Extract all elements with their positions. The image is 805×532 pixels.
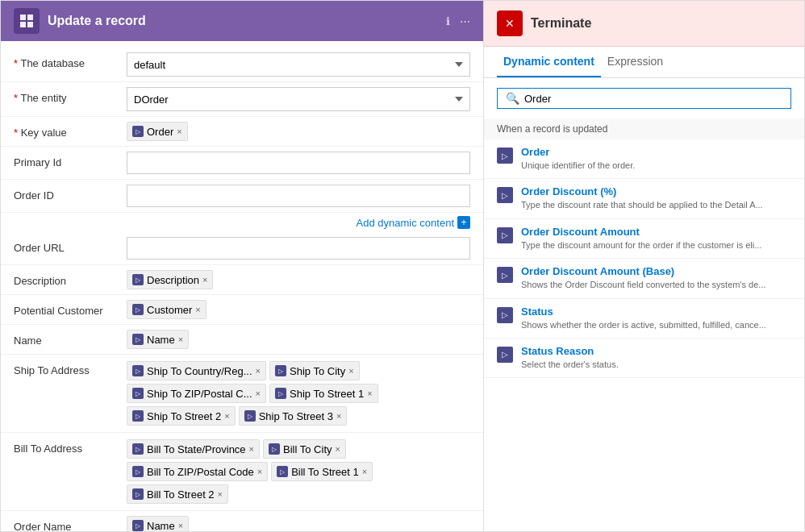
entity-label: * The entity: [14, 87, 127, 104]
discount-base-text: Order Discount Amount (Base) Shows the O…: [521, 265, 791, 291]
ship-street3-token[interactable]: ▷ Ship To Street 3 ×: [239, 406, 348, 426]
ship-address-field: ▷ Ship To Country/Reg... × ▷ Ship To Cit…: [127, 361, 470, 426]
ship-zip-close[interactable]: ×: [256, 389, 261, 398]
database-row: * The database default: [1, 48, 483, 82]
database-field: default: [127, 52, 470, 77]
order-name-token[interactable]: ▷ Name ×: [127, 516, 189, 532]
order-id-row: Order ID: [1, 180, 483, 213]
search-input[interactable]: [524, 93, 782, 105]
order-name-row: Order Name ▷ Name ×: [1, 511, 483, 532]
primary-id-label: Primary Id: [14, 152, 127, 168]
left-panel: Update a record ℹ ⋯ * The database defau…: [0, 0, 484, 532]
dynamic-item-status[interactable]: ▷ Status Shows whether the order is acti…: [484, 299, 804, 339]
dynamic-item-discount-amount[interactable]: ▷ Order Discount Amount Type the discoun…: [484, 219, 804, 259]
order-item-text: Order Unique identifier of the order.: [521, 146, 791, 172]
name-label: Name: [14, 330, 127, 347]
potential-customer-token[interactable]: ▷ Customer ×: [127, 300, 206, 319]
description-token[interactable]: ▷ Description ×: [127, 270, 213, 289]
bill-street1-token[interactable]: ▷ Bill To Street 1 ×: [271, 462, 373, 481]
ship-zip-token[interactable]: ▷ Ship To ZIP/Postal C... ×: [127, 384, 266, 403]
search-box: 🔍: [497, 88, 791, 109]
status-title: Status: [521, 305, 791, 318]
order-id-field: [127, 185, 470, 207]
dynamic-item-order[interactable]: ▷ Order Unique identifier of the order.: [484, 139, 804, 179]
discount-base-icon: ▷: [497, 267, 513, 283]
discount-amount-title: Order Discount Amount: [521, 226, 791, 238]
key-value-row: * Key value ▷ Order ×: [1, 117, 483, 147]
tab-dynamic-content[interactable]: Dynamic content: [497, 47, 601, 77]
order-name-label: Order Name: [14, 516, 127, 532]
potential-customer-field: ▷ Customer ×: [127, 300, 470, 319]
discount-base-title: Order Discount Amount (Base): [521, 265, 791, 277]
bill-street2-close[interactable]: ×: [218, 489, 223, 499]
database-select[interactable]: default: [127, 52, 470, 77]
add-dynamic-row: Add dynamic content +: [1, 213, 483, 232]
bill-state-close[interactable]: ×: [249, 444, 254, 454]
ship-street2-close[interactable]: ×: [224, 411, 229, 421]
ship-street3-close[interactable]: ×: [336, 411, 341, 421]
name-token[interactable]: ▷ Name ×: [127, 330, 189, 349]
name-token-close[interactable]: ×: [178, 335, 183, 344]
ship-city-token[interactable]: ▷ Ship To City ×: [269, 361, 360, 380]
order-token-close[interactable]: ×: [177, 127, 181, 136]
bill-street2-token[interactable]: ▷ Bill To Street 2 ×: [127, 484, 228, 504]
bill-city-token[interactable]: ▷ Bill To City ×: [263, 439, 346, 459]
add-dynamic-button[interactable]: Add dynamic content +: [357, 216, 470, 229]
entity-select[interactable]: DOrder: [127, 87, 470, 111]
dynamic-item-status-reason[interactable]: ▷ Status Reason Select the order's statu…: [484, 339, 804, 378]
description-row: Description ▷ Description ×: [1, 265, 483, 295]
order-discount-desc: Type the discount rate that should be ap…: [521, 199, 791, 211]
discount-amount-desc: Type the discount amount for the order i…: [521, 239, 791, 251]
dynamic-item-discount-base[interactable]: ▷ Order Discount Amount (Base) Shows the…: [484, 259, 804, 298]
ship-street1-close[interactable]: ×: [367, 389, 372, 398]
potential-customer-token-close[interactable]: ×: [195, 305, 200, 314]
more-icon[interactable]: ⋯: [460, 15, 470, 27]
primary-id-input[interactable]: [127, 152, 470, 174]
name-token-label: Name: [147, 334, 175, 346]
bill-address-field: ▷ Bill To State/Province × ▷ Bill To Cit…: [127, 439, 470, 504]
bill-address-label: Bill To Address: [14, 439, 127, 455]
bill-street1-close[interactable]: ×: [362, 467, 367, 476]
ship-street2-token[interactable]: ▷ Ship To Street 2 ×: [127, 406, 236, 426]
bill-zip-token[interactable]: ▷ Bill To ZIP/Postal Code ×: [127, 462, 268, 481]
order-url-field: [127, 237, 470, 260]
discount-base-desc: Shows the Order Discount field converted…: [521, 279, 791, 291]
potential-customer-row: Potential Customer ▷ Customer ×: [1, 295, 483, 325]
section-label: When a record is updated: [484, 118, 804, 139]
terminate-title: Terminate: [531, 16, 591, 31]
dynamic-item-order-discount[interactable]: ▷ Order Discount (%) Type the discount r…: [484, 179, 804, 218]
description-label: Description: [14, 270, 127, 287]
svg-rect-3: [27, 22, 33, 27]
ship-country-token[interactable]: ▷ Ship To Country/Reg... ×: [127, 361, 266, 380]
primary-id-field: [127, 152, 470, 174]
bill-state-token[interactable]: ▷ Bill To State/Province ×: [127, 439, 260, 459]
tabs: Dynamic content Expression: [484, 47, 804, 78]
ship-street1-token[interactable]: ▷ Ship To Street 1 ×: [269, 384, 378, 403]
info-icon[interactable]: ℹ: [446, 15, 450, 27]
bill-address-row: Bill To Address ▷ Bill To State/Province…: [1, 433, 483, 511]
terminate-icon: ✕: [497, 10, 523, 36]
ship-address-row: Ship To Address ▷ Ship To Country/Reg...…: [1, 355, 483, 433]
right-panel: ✕ Terminate Dynamic content Expression 🔍…: [484, 0, 805, 532]
description-token-close[interactable]: ×: [202, 275, 207, 285]
description-token-label: Description: [147, 274, 199, 286]
order-token[interactable]: ▷ Order ×: [127, 122, 188, 141]
search-icon: 🔍: [506, 92, 519, 105]
ship-city-close[interactable]: ×: [348, 366, 353, 376]
bill-city-close[interactable]: ×: [336, 444, 340, 454]
potential-customer-token-icon: ▷: [132, 304, 144, 315]
tab-expression[interactable]: Expression: [601, 47, 669, 77]
right-header: ✕ Terminate: [484, 1, 804, 47]
order-id-input[interactable]: [127, 185, 470, 207]
add-icon: +: [457, 216, 470, 229]
order-url-label: Order URL: [14, 237, 127, 254]
status-icon: ▷: [497, 307, 513, 323]
order-name-token-close[interactable]: ×: [178, 521, 183, 530]
status-reason-icon: ▷: [497, 347, 513, 363]
bill-zip-close[interactable]: ×: [257, 467, 262, 476]
svg-rect-2: [20, 22, 26, 27]
order-url-input[interactable]: [127, 237, 470, 260]
ship-country-close[interactable]: ×: [256, 366, 261, 376]
discount-amount-text: Order Discount Amount Type the discount …: [521, 226, 791, 251]
order-discount-icon: ▷: [497, 187, 513, 203]
